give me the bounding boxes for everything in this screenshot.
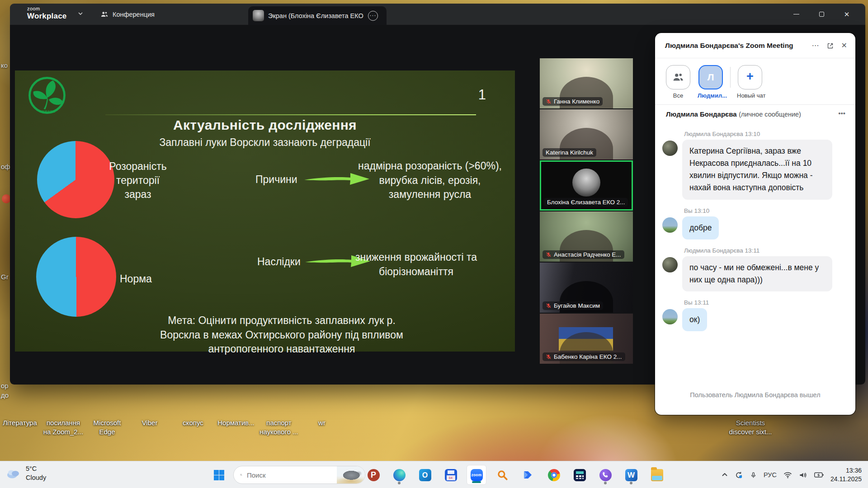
desktop-icon-scientists[interactable]: Scientistsdiscover sixt... [728, 418, 773, 436]
active-app-indicator [472, 481, 481, 483]
mic-off-icon [546, 252, 552, 258]
video-tile[interactable]: Ганна Клименко [540, 58, 633, 108]
taskbar-app-psiphon[interactable]: P [363, 465, 383, 485]
pie2-label: Норма [120, 272, 152, 286]
desktop-label-fragment: ко [1, 61, 8, 69]
screen: ко оф Gr ор до Література посиланняна Zo… [0, 0, 868, 488]
effects-label: Наслідки [257, 256, 301, 268]
new-chat-button[interactable]: + Новый чат [737, 65, 763, 99]
desktop-label-fragment: оф [1, 163, 10, 170]
chat-message: Людмила Бондарєва 13:10 Катерина Сергіїв… [662, 131, 847, 200]
tray-sync[interactable] [735, 471, 743, 479]
pop-out-icon[interactable] [827, 42, 834, 49]
chat-system-note: Пользователь Людмила Бондарєва вышел [655, 391, 855, 399]
chat-header: Людмила Бондарєва's Zoom Meeting ⋯ ✕ [655, 33, 855, 58]
close-button[interactable]: ✕ [836, 4, 857, 25]
bing-daily-animal-image [337, 466, 365, 484]
mic-off-icon [546, 303, 552, 309]
chat-tab-everyone[interactable]: Все [665, 65, 691, 99]
video-tile[interactable]: Бугайов Максим [540, 263, 633, 313]
floppy-disk-icon [445, 469, 457, 481]
chevron-down-icon[interactable] [78, 11, 83, 16]
participant-avatar [572, 169, 600, 197]
start-button[interactable] [209, 465, 229, 485]
wifi-icon [783, 472, 792, 479]
battery-icon [814, 472, 824, 478]
taskbar-app-zoom-active[interactable]: zoom [467, 465, 486, 485]
taskbar-app-viber[interactable] [595, 465, 615, 485]
chat-panel: Людмила Бондарєва's Zoom Meeting ⋯ ✕ Все [655, 33, 855, 415]
section-more-icon[interactable]: ••• [838, 109, 845, 117]
keyboard-language[interactable]: РУС [764, 471, 777, 479]
causes-text: надмірна розораність (>60%), вирубка ліс… [358, 159, 502, 202]
mic-off-icon [546, 99, 552, 104]
video-tile[interactable]: Бабенко Каріна ЕКО 2... [540, 314, 633, 364]
close-icon[interactable]: ✕ [841, 42, 847, 49]
tray-microphone[interactable] [750, 471, 757, 479]
desktop-icon-literatura[interactable]: Література [0, 418, 42, 427]
desktop-icon-scopus[interactable]: скопус [170, 418, 216, 427]
tab-more-button[interactable]: ··· [368, 11, 378, 21]
taskbar-app-save[interactable] [441, 465, 461, 485]
taskbar-app-outlook[interactable] [415, 465, 435, 485]
avatar [662, 217, 678, 233]
taskbar-app-power-automate[interactable] [518, 465, 538, 485]
divider-line [105, 114, 476, 115]
tray-battery[interactable] [814, 472, 824, 478]
tray-chevron-up[interactable] [722, 472, 728, 478]
taskbar-app-explorer[interactable] [647, 465, 667, 485]
causes-label: Причини [255, 174, 297, 186]
maximize-icon [819, 12, 824, 17]
tray-wifi[interactable] [783, 472, 792, 479]
zoom-workplace-logo[interactable]: zoom Workplace [27, 6, 66, 20]
tray-volume[interactable] [799, 471, 807, 479]
chat-section-header: Людмила Бондарєва (личное сообщение) ••• [655, 104, 855, 121]
taskbar-search[interactable] [233, 466, 365, 484]
viber-icon [599, 469, 612, 481]
video-tile-active-speaker[interactable]: Блохіна Єлизавета ЕКО 2... [540, 160, 633, 211]
ginkgo-ukraine-logo-icon: UKRAINE [26, 74, 68, 117]
avatar [662, 141, 678, 156]
mic-off-icon [546, 354, 552, 360]
outlook-icon [419, 469, 431, 481]
taskbar-app-word[interactable]: W [621, 465, 641, 485]
video-tile[interactable]: Katerina Kirilchuk [540, 109, 633, 160]
taskbar-app-search-tool[interactable] [492, 465, 512, 485]
shared-screen-slide: UKRAINE 1 Актуальність дослідження Запла… [15, 70, 515, 352]
effects-text: зниження врожайності та біорізноманіття [352, 250, 481, 279]
slide-title: Актуальність дослідження [15, 117, 515, 133]
chat-tab-person[interactable]: Л Людмил... [698, 65, 724, 99]
desktop-icon-zoom-link[interactable]: посиланняна Zoom_2... [41, 418, 86, 436]
desktop-icon-viber[interactable]: Viber [127, 418, 172, 427]
desktop-icon-normativ[interactable]: Норматив... [213, 418, 259, 427]
video-tile[interactable]: Анастасія Радченко Е... [540, 211, 633, 262]
tab-conference[interactable]: Конференция [100, 4, 155, 25]
more-menu-icon[interactable]: ⋯ [812, 42, 819, 49]
slide-goal-text: Мета: Оцінити продуктивність заплавних л… [148, 314, 415, 357]
desktop-icon-passport[interactable]: паспортнаукового ... [256, 418, 302, 436]
desktop-icon-wr[interactable]: wr [299, 418, 344, 427]
speaker-icon [799, 471, 807, 479]
chat-contacts-row: Все Л Людмил... + Новый чат [655, 58, 855, 104]
zoom-app-icon: zoom [471, 469, 483, 481]
name-pill: Katerina Kirilchuk [542, 148, 596, 157]
search-input[interactable] [242, 471, 337, 479]
minimize-button[interactable] [786, 4, 807, 25]
taskbar-app-chrome[interactable] [544, 465, 564, 485]
p-app-icon: P [368, 469, 380, 481]
taskbar-app-calculator[interactable] [570, 465, 590, 485]
tab-screen-share[interactable]: Экран (Блохіна Єлизавета ЕКО 2 ··· [248, 6, 387, 25]
taskbar-clock[interactable]: 13:36 24.11.2025 [830, 466, 862, 483]
folder-icon [651, 469, 663, 481]
maximize-button[interactable] [811, 4, 832, 25]
desktop-icon-edge[interactable]: MicrosoftEdge [85, 418, 130, 436]
chat-message: Вы 13:11 ок) [662, 299, 847, 331]
blue-arrow-icon [523, 469, 533, 480]
taskbar-app-edge[interactable] [389, 465, 409, 485]
edge-icon [393, 469, 406, 481]
name-pill: Бугайов Максим [542, 301, 603, 310]
plus-icon: + [746, 70, 754, 83]
weather-widget[interactable]: 5°C Cloudy [5, 465, 46, 482]
chat-messages: Людмила Бондарєва 13:10 Катерина Сергіїв… [655, 121, 855, 331]
message-bubble: ок) [682, 308, 707, 331]
